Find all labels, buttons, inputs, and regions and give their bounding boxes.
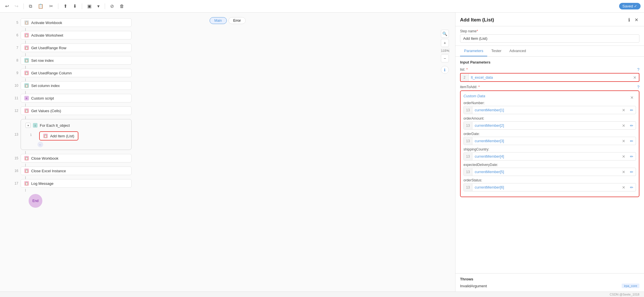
foreach-end-marker: ← bbox=[37, 142, 43, 147]
child-step-num: 1 bbox=[30, 133, 32, 136]
step-box-custom-script[interactable]: ≡ Custom script bbox=[21, 94, 132, 102]
order-status-clear[interactable]: ✕ bbox=[620, 184, 628, 191]
step-label-16: Close Excel Instance bbox=[31, 169, 66, 173]
import-button[interactable]: ⬆ bbox=[62, 2, 69, 10]
throws-section: Throws InvalidArgument irpa_core bbox=[455, 273, 644, 292]
order-status-edit[interactable]: ✏ bbox=[628, 184, 636, 191]
export-button[interactable]: ⬇ bbox=[71, 2, 78, 10]
order-number-clear[interactable]: ✕ bbox=[620, 107, 628, 114]
step-box-set-column-index[interactable]: 📋 Set column index bbox=[21, 81, 132, 90]
step-num-17: 17 bbox=[11, 181, 18, 185]
flow-step-12: 12 📋 Get Values (Cells) bbox=[11, 106, 132, 115]
saved-badge: Saved ✓ bbox=[619, 3, 641, 9]
throws-badge-0: irpa_core bbox=[622, 284, 639, 288]
hide-button[interactable]: ⊘ bbox=[108, 2, 116, 10]
list-help-icon[interactable]: ? bbox=[637, 67, 639, 72]
collapse-btn[interactable]: ▾ bbox=[25, 123, 31, 128]
step-icon-15: 📋 bbox=[24, 156, 29, 161]
group-button[interactable]: ▣ bbox=[86, 2, 93, 10]
step-icon-7: 📋 bbox=[24, 45, 29, 50]
order-number-input-row: 13 currentMember[1] ✕ ✏ bbox=[463, 106, 636, 114]
step-box-get-values[interactable]: 📋 Get Values (Cells) bbox=[21, 106, 132, 115]
tab-advanced[interactable]: Advanced bbox=[506, 46, 530, 56]
order-status-input-row: 13 currentMember[6] ✕ ✏ bbox=[463, 183, 636, 191]
tab-parameters[interactable]: Parameters bbox=[460, 46, 487, 56]
expected-delivery-clear[interactable]: ✕ bbox=[620, 169, 628, 175]
panel-info-btn[interactable]: ℹ bbox=[627, 17, 631, 23]
step-box-get-usedrange-column[interactable]: 📋 Get UsedRange Column bbox=[21, 69, 132, 77]
step-num-12: 12 bbox=[11, 109, 18, 113]
order-amount-clear[interactable]: ✕ bbox=[620, 122, 628, 129]
order-amount-label: orderAmount: bbox=[463, 116, 636, 120]
cut-button[interactable]: ✂ bbox=[47, 2, 55, 10]
flow-step-8: 8 📋 Set row index bbox=[11, 56, 132, 65]
order-date-clear[interactable]: ✕ bbox=[620, 138, 628, 144]
order-status-num: 13 bbox=[464, 184, 472, 191]
undo-button[interactable]: ↩ bbox=[3, 2, 11, 10]
step-box-activate-workbook[interactable]: 📋 Activate Workbook bbox=[21, 18, 132, 27]
flow-step-13: 13 ▾ ↕ For Each lt_object 1 📋 Add Item (… bbox=[11, 119, 132, 150]
foreach-icon: ↕ bbox=[33, 123, 37, 128]
throws-title: Throws bbox=[460, 277, 639, 281]
shipping-country-input-row: 13 currentMember[4] ✕ ✏ bbox=[463, 152, 636, 161]
step-box-get-usedrange-row[interactable]: 📋 Get UsedRange Row bbox=[21, 43, 132, 52]
custom-data-section: Custom Data ✕ orderNumber: 13 currentMem… bbox=[460, 90, 639, 197]
order-date-label: orderDate: bbox=[463, 132, 636, 136]
order-amount-edit[interactable]: ✏ bbox=[628, 122, 636, 129]
item-to-add-label-text: itemToAdd: bbox=[460, 85, 477, 89]
step-icon-9: 📋 bbox=[24, 71, 29, 75]
step-name-input[interactable] bbox=[460, 34, 639, 43]
field-order-number: orderNumber: 13 currentMember[1] ✕ ✏ bbox=[463, 101, 636, 114]
step-box-log-message[interactable]: 📋 Log Message bbox=[21, 179, 132, 188]
redo-button[interactable]: ↪ bbox=[13, 2, 20, 10]
expected-delivery-edit[interactable]: ✏ bbox=[628, 169, 636, 175]
order-number-edit[interactable]: ✏ bbox=[628, 107, 636, 114]
order-date-edit[interactable]: ✏ bbox=[628, 138, 636, 144]
search-zoom-btn[interactable]: 🔍 bbox=[441, 30, 449, 38]
flow-step-5: 5 📋 Activate Workbook bbox=[11, 18, 132, 27]
zoom-in-btn[interactable]: + bbox=[441, 39, 449, 47]
list-param-label: list:* ? bbox=[460, 67, 639, 72]
shipping-country-clear[interactable]: ✕ bbox=[620, 153, 628, 160]
add-item-box[interactable]: 📋 Add Item (List) bbox=[39, 131, 78, 140]
flow-step-9: 9 📋 Get UsedRange Column bbox=[11, 69, 132, 77]
flow-step-11: 11 ≡ Custom script bbox=[11, 94, 132, 102]
flow-step-15: 15 📋 Close Workbook bbox=[11, 154, 132, 163]
field-shipping-country: shippingCountry: 13 currentMember[4] ✕ ✏ bbox=[463, 147, 636, 161]
step-label-17: Log Message bbox=[31, 181, 53, 186]
tab-tester[interactable]: Tester bbox=[487, 46, 505, 56]
connector-17-end bbox=[25, 189, 26, 192]
step-label-15: Close Workbook bbox=[31, 156, 58, 161]
step-box-activate-worksheet[interactable]: 📋 Activate Worksheet bbox=[21, 31, 132, 39]
zoom-out-btn[interactable]: − bbox=[441, 54, 449, 62]
custom-data-title: Custom Data bbox=[463, 94, 485, 98]
flow-step-16: 16 📋 Close Excel Instance bbox=[11, 167, 132, 175]
list-input-val: lt_excel_data bbox=[469, 74, 631, 81]
step-icon-17: 📋 bbox=[24, 181, 29, 186]
list-input-num: 2 bbox=[461, 74, 469, 81]
list-clear-btn[interactable]: ✕ bbox=[631, 74, 639, 81]
field-order-date: orderDate: 13 currentMember[3] ✕ ✏ bbox=[463, 132, 636, 145]
step-box-close-workbook[interactable]: 📋 Close Workbook bbox=[21, 154, 132, 163]
duplicate-button[interactable]: ⧉ bbox=[27, 3, 34, 10]
shipping-country-edit[interactable]: ✏ bbox=[628, 153, 636, 160]
step-num-8: 8 bbox=[11, 58, 18, 62]
step-label-9: Get UsedRange Column bbox=[31, 71, 72, 75]
panel-title: Add Item (List) bbox=[460, 17, 494, 23]
step-box-set-row-index[interactable]: 📋 Set row index bbox=[21, 56, 132, 65]
toolbar: ↩ ↪ ⧉ 📋 ✂ ⬆ ⬇ ▣ ▾ ⊘ 🗑 Saved ✓ bbox=[0, 0, 644, 13]
tab-main[interactable]: Main bbox=[209, 17, 227, 24]
tab-error[interactable]: Error bbox=[228, 17, 246, 24]
step-name-row: Step name* bbox=[455, 26, 644, 46]
connector-12-13 bbox=[25, 116, 26, 119]
step-num-7: 7 bbox=[11, 46, 18, 50]
copy-button[interactable]: 📋 bbox=[36, 2, 45, 10]
step-box-close-excel-instance[interactable]: 📋 Close Excel Instance bbox=[21, 167, 132, 175]
info-btn[interactable]: ℹ bbox=[441, 66, 449, 74]
delete-button[interactable]: 🗑 bbox=[118, 3, 126, 10]
list-param-row: list:* ? 2 lt_excel_data ✕ bbox=[460, 67, 639, 82]
panel-close-btn[interactable]: ✕ bbox=[633, 17, 639, 23]
dropdown-button[interactable]: ▾ bbox=[96, 2, 101, 10]
item-to-add-help-icon[interactable]: ? bbox=[637, 85, 639, 89]
custom-data-clear-btn[interactable]: ✕ bbox=[628, 94, 636, 101]
